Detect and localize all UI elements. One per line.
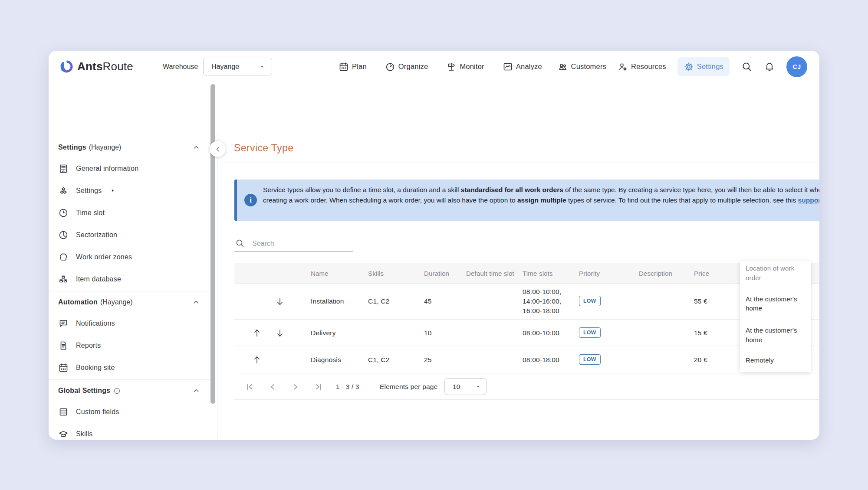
move-up-arrow-icon[interactable]	[252, 355, 262, 365]
cell-skills: C1, C2	[368, 283, 389, 320]
menu-item-organize[interactable]: Organize	[385, 62, 428, 72]
clock-icon	[58, 208, 69, 218]
menu-item-label: Resources	[631, 62, 666, 71]
search-icon[interactable]	[741, 61, 753, 72]
info-icon	[113, 387, 121, 395]
sidebar-item-label: Time slot	[76, 209, 105, 217]
pagination-range: 1 - 3 / 3	[336, 373, 359, 400]
move-down-arrow-icon[interactable]	[275, 328, 285, 338]
sidebar-item-label: Work order zones	[76, 253, 132, 261]
notifications-bell-icon[interactable]	[764, 61, 775, 72]
sidebar-item-general-information[interactable]: General information	[49, 157, 210, 180]
location-column-header-text: Location of work order	[740, 264, 802, 283]
chevron-up-icon	[192, 298, 201, 307]
menu-item-settings[interactable]: Settings	[677, 57, 730, 76]
location-cell-text: At the customer's home	[740, 326, 798, 344]
move-down-arrow-icon[interactable]	[275, 296, 285, 307]
search-field[interactable]: Search	[234, 237, 353, 252]
warehouse-select[interactable]: Hayange	[203, 58, 272, 75]
menu-item-label: Settings	[697, 62, 723, 71]
column-header-duration: Duration	[424, 263, 449, 283]
info-icon: i	[244, 194, 257, 206]
menu-item-analyze[interactable]: Analyze	[503, 62, 542, 72]
location-cell: At the customer's home	[740, 322, 811, 348]
location-cell-text: Remotely	[740, 356, 798, 365]
sidebar-item-label: Custom fields	[76, 408, 119, 416]
sidebar-section-header-global-settings[interactable]: Global Settings	[49, 381, 210, 401]
sidebar-section-header-settings[interactable]: Settings(Hayange)	[49, 137, 210, 157]
sidebar-item-sectorization[interactable]: Sectorization	[49, 224, 210, 246]
sidebar-item-label: Skills	[76, 430, 93, 438]
support-article-link[interactable]: support article	[798, 196, 819, 204]
cell-time-slots: 08:00-10:00	[523, 320, 559, 346]
elements-per-page-select[interactable]: 10	[444, 378, 487, 395]
cell-duration: 10	[424, 320, 432, 346]
page-title: Service Type	[234, 142, 293, 154]
pentagon-icon	[58, 252, 69, 262]
location-cell: At the customer's home	[740, 285, 811, 322]
sidebar-item-work-order-zones[interactable]: Work order zones	[49, 246, 210, 268]
location-cell-text: At the customer's home	[740, 294, 798, 313]
sidebar-section-divider	[49, 379, 210, 380]
sidebar-item-custom-fields[interactable]: Custom fields	[49, 401, 210, 423]
gauge-icon	[385, 62, 395, 72]
search-placeholder: Search	[252, 240, 274, 248]
sidebar-item-reports[interactable]: Reports	[49, 334, 210, 356]
avatar[interactable]: CJ	[786, 56, 807, 77]
table-row: Delivery1008:00-10:00LOW15 €	[234, 320, 819, 346]
sidebar-item-settings[interactable]: Settings	[49, 180, 210, 202]
boxes-icon	[58, 274, 69, 284]
sidebar-item-time-slot[interactable]: Time slot	[49, 202, 210, 224]
chart-icon	[503, 62, 513, 72]
cell-skills: C1, C2	[368, 346, 389, 373]
table-header-row: NameSkillsDurationDefault time slotTime …	[234, 263, 819, 284]
antsroute-logo-icon	[60, 60, 73, 73]
brand-logo[interactable]: AntsRoute	[60, 51, 133, 82]
cell-time-slots: 08:00-10:00,14:00-16:00,16:00-18:00	[523, 283, 561, 320]
menu-item-label: Monitor	[460, 62, 484, 71]
menu-item-label: Analyze	[516, 62, 542, 71]
sidebar-item-item-database[interactable]: Item database	[49, 268, 210, 290]
main-menu: PlanOrganizeMonitorAnalyze	[339, 51, 542, 82]
section-title: Automation	[58, 298, 98, 306]
cell-name: Diagnosis	[311, 346, 341, 373]
sidebar-item-skills[interactable]: Skills	[49, 423, 210, 440]
sidebar-item-booking-site[interactable]: Booking site	[49, 356, 210, 379]
move-up-arrow-icon[interactable]	[252, 328, 262, 338]
banner-bold-text: standardised for all work orders	[461, 186, 563, 193]
first-page-button[interactable]	[245, 382, 254, 392]
menu-item-plan[interactable]: Plan	[339, 62, 367, 72]
calendar-icon	[58, 363, 69, 373]
elements-per-page-label: Elements per page	[380, 373, 438, 400]
section-title: Global Settings	[58, 387, 110, 395]
section-suffix: (Hayange)	[89, 144, 122, 151]
menu-item-label: Organize	[398, 62, 428, 71]
banner-bold-text: assign multiple	[517, 196, 566, 204]
sidebar-item-label: General information	[76, 165, 138, 173]
column-header-priority: Priority	[579, 263, 600, 283]
info-banner: i Service types allow you to define a ti…	[234, 180, 819, 221]
menu-item-customers[interactable]: Customers	[558, 62, 607, 72]
sidebar-item-notifications[interactable]: Notifications	[49, 312, 210, 334]
section-suffix: (Hayange)	[100, 298, 133, 306]
calendar-icon	[339, 62, 349, 72]
menu-item-monitor[interactable]: Monitor	[446, 62, 484, 72]
cell-duration: 45	[424, 283, 432, 320]
sidebar-item-label: Item database	[76, 275, 121, 283]
location-column-card: Location of work orderAt the customer's …	[740, 261, 811, 372]
previous-page-button[interactable]	[268, 382, 277, 392]
menu-item-resources[interactable]: Resources	[618, 62, 666, 72]
cell-time-slots: 08:00-18:00	[523, 346, 559, 373]
next-page-button[interactable]	[291, 382, 300, 392]
column-header-default-time-slot: Default time slot	[466, 263, 514, 283]
cell-price: 15 €	[694, 320, 707, 346]
sidebar: Settings(Hayange)General informationSett…	[49, 133, 210, 440]
cell-name: Installation	[311, 283, 344, 320]
last-page-button[interactable]	[314, 382, 323, 392]
sidebar-section-header-automation[interactable]: Automation(Hayange)	[49, 292, 210, 312]
collapse-sidebar-button[interactable]	[210, 141, 226, 157]
location-cell: Remotely	[740, 348, 811, 372]
column-header-description: Description	[639, 263, 672, 283]
sidebar-scrollbar[interactable]	[210, 84, 215, 404]
cell-name: Delivery	[311, 320, 336, 346]
